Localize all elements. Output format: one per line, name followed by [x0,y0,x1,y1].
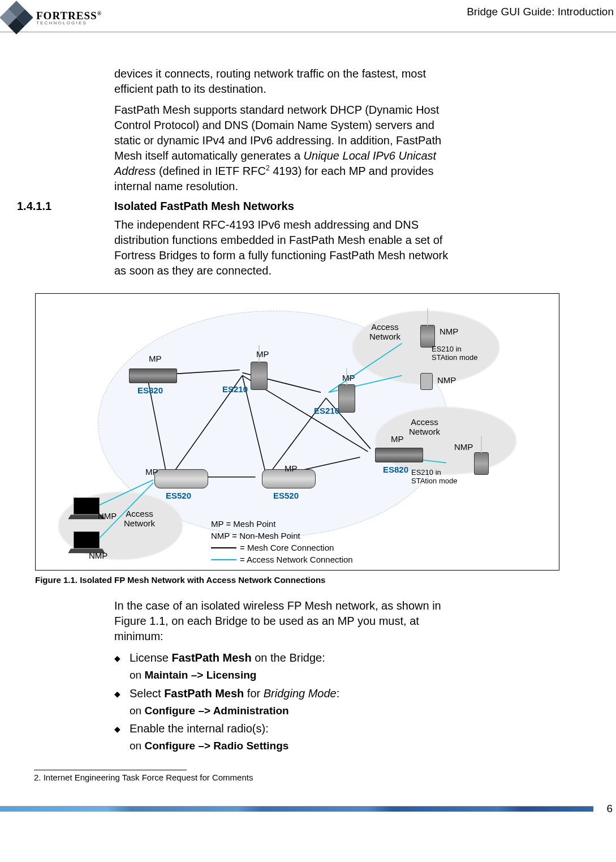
diamond-bullet-icon: ◆ [114,685,120,719]
label-access-network: Access Network [369,322,400,341]
bullet-item: ◆ Enable the internal radio(s): on Confi… [114,721,459,754]
label-es820: ES820 [383,465,408,474]
label-mp: MP [285,464,298,473]
device-es210-1 [251,362,268,390]
label-es210: ES210 [222,384,248,394]
paragraph-figure-followup: In the case of an isolated wireless FP M… [114,598,459,644]
section-title: Isolated FastPath Mesh Networks [114,200,294,213]
label-es520: ES520 [273,491,299,500]
label-access-network: Access Network [124,509,155,528]
paragraph-continuation: devices it connects, routing network tra… [114,66,459,97]
device-es520-1 [154,469,208,488]
device-es210-2 [338,384,355,413]
device-es210-sta-2 [474,452,489,475]
label-nmp: NMP [454,442,473,452]
figure-caption: Figure 1.1. Isolated FP Mesh Network wit… [35,575,571,585]
section-number: 1.4.1.1 [17,200,114,213]
label-mp: MP [145,467,158,477]
label-es820: ES820 [137,385,163,395]
label-es210-sta: ES210 in STAtion mode [411,468,457,485]
doc-section-title: Bridge GUI Guide: Introduction [467,6,616,18]
label-nmp: NMP [98,511,117,521]
page-content: devices it connects, routing network tra… [0,32,616,782]
footnote-rule [34,770,187,770]
figure-1-1: MP ES820 MP ES210 MP ES210 MP ES820 MP E… [35,293,559,571]
label-mp: MP [391,434,404,444]
device-es820-2 [375,448,423,462]
section-heading: 1.4.1.1 Isolated FastPath Mesh Networks [17,200,571,213]
figure-legend: MP = Mesh Point NMP = Non-Mesh Point = M… [211,518,353,565]
fortress-logo-icon [0,1,33,34]
page-header: FORTRESS® TECHNOLOGIES Bridge GUI Guide:… [0,0,616,32]
label-nmp: NMP [440,327,458,336]
label-nmp: NMP [437,375,456,385]
bullet-item: ◆ Select FastPath Mesh for Bridging Mode… [114,685,459,719]
footer-bar-decoration [0,806,593,812]
device-generic-nmp [420,373,433,390]
device-es210-sta-1 [420,325,435,348]
label-nmp: NMP [89,551,107,560]
label-mp: MP [256,349,269,359]
label-es210: ES210 [314,406,339,415]
label-mp: MP [149,354,162,363]
footnote: 2. Internet Engineering Task Force Reque… [34,773,571,782]
registered-mark: ® [97,10,102,16]
brand-logo: FORTRESS® TECHNOLOGIES [5,6,102,29]
bullet-list: ◆ License FastPath Mesh on the Bridge: o… [114,650,459,754]
label-access-network: Access Network [409,417,440,436]
bullet-item: ◆ License FastPath Mesh on the Bridge: o… [114,650,459,683]
paragraph-fastpath-dhcp: FastPath Mesh supports standard network … [114,102,459,194]
paragraph-isolated-mesh: The independent RFC-4193 IPv6 mesh addre… [114,217,459,278]
brand-name: FORTRESS [36,10,97,22]
label-es520: ES520 [166,491,191,500]
page-footer: 6 [0,803,616,815]
page-number: 6 [593,803,616,815]
diamond-bullet-icon: ◆ [114,721,120,754]
diamond-bullet-icon: ◆ [114,650,120,683]
label-es210-sta: ES210 in STAtion mode [432,345,477,362]
label-mp: MP [342,373,355,383]
device-es820-1 [129,368,177,383]
brand-subtitle: TECHNOLOGIES [36,21,102,25]
